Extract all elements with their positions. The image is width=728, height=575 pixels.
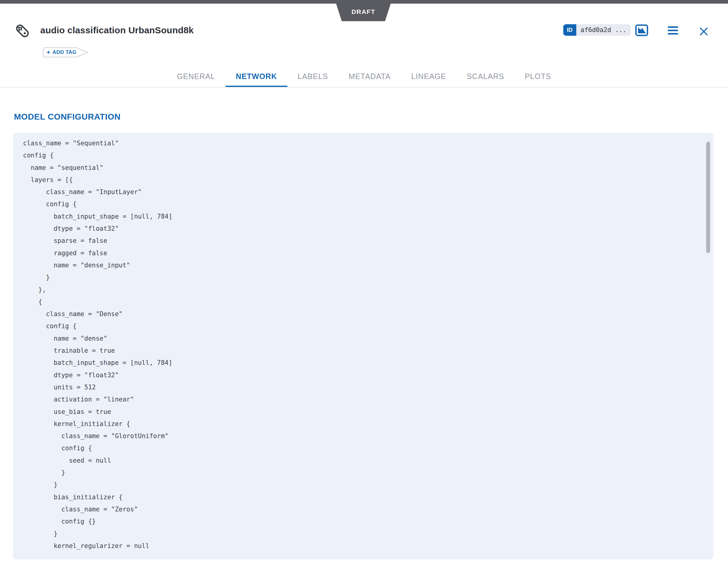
- tab-network[interactable]: NETWORK: [226, 65, 287, 88]
- tab-lineage[interactable]: LINEAGE: [401, 65, 456, 88]
- id-badge[interactable]: ID af6d0a2d ...: [563, 24, 631, 36]
- page-title: audio classification UrbanSound8k: [40, 25, 194, 35]
- menu-icon[interactable]: [668, 26, 678, 35]
- header-divider: [0, 87, 728, 88]
- plots-icon[interactable]: [635, 24, 648, 36]
- tab-labels[interactable]: LABELS: [287, 65, 338, 88]
- status-badge: DRAFT: [335, 0, 392, 21]
- tab-general[interactable]: GENERAL: [167, 65, 225, 88]
- tab-plots[interactable]: PLOTS: [515, 65, 561, 88]
- experiment-icon: [14, 23, 31, 41]
- scrollbar-thumb[interactable]: [706, 142, 710, 253]
- tab-metadata[interactable]: METADATA: [338, 65, 401, 88]
- plus-icon: +: [46, 49, 51, 56]
- id-badge-value: af6d0a2d ...: [576, 24, 631, 36]
- id-badge-label: ID: [563, 24, 576, 36]
- add-tag-button[interactable]: + ADD TAG: [43, 47, 88, 58]
- section-title: MODEL CONFIGURATION: [14, 112, 121, 122]
- status-badge-label: DRAFT: [352, 8, 375, 15]
- add-tag-label: ADD TAG: [53, 49, 76, 56]
- experiment-detail-page: DRAFT audio classification UrbanSound8k: [0, 0, 728, 575]
- tab-bar: GENERAL NETWORK LABELS METADATA LINEAGE …: [0, 65, 728, 88]
- model-configuration-panel: class_name = "Sequential" config { name …: [13, 133, 714, 560]
- model-configuration-code: class_name = "Sequential" config { name …: [23, 137, 172, 552]
- close-icon[interactable]: [699, 27, 708, 36]
- tab-scalars[interactable]: SCALARS: [456, 65, 515, 88]
